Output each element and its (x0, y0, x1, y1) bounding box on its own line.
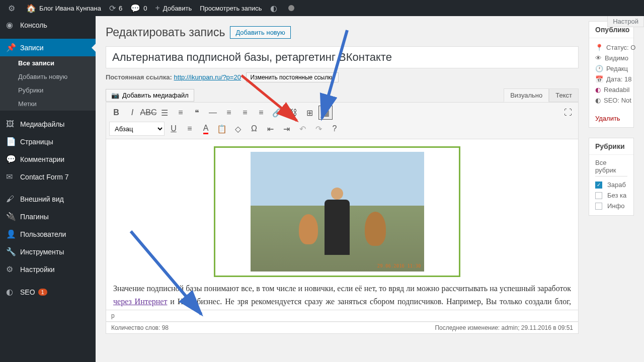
blockquote-button[interactable]: ❝ (190, 106, 204, 120)
add-media-label: Добавить медиафайл (122, 92, 189, 99)
view-post-link[interactable]: Просмотреть запись (196, 0, 266, 16)
yoast-icon: ◐ (595, 97, 601, 104)
wp-logo[interactable]: ⚙ (4, 0, 22, 16)
menu-tools[interactable]: 🔧Инструменты (0, 243, 96, 260)
comments-count: 0 (143, 5, 147, 12)
underline-button[interactable]: U (167, 122, 181, 136)
tab-visual[interactable]: Визуально (504, 88, 549, 102)
paste-button[interactable]: 📋 (215, 122, 229, 136)
element-path: p (111, 312, 115, 319)
menu-contact-form[interactable]: ✉Contact Form 7 (0, 168, 96, 186)
yoast-link[interactable]: ◐ (266, 0, 284, 16)
updates-count: 6 (119, 5, 122, 12)
comment-icon: 💬 (6, 154, 16, 164)
view-label: Просмотреть запись (200, 5, 262, 12)
seo-badge: 1 (38, 289, 47, 296)
seo-status[interactable] (284, 0, 298, 16)
visibility-label: Видимо (605, 54, 628, 62)
tab-text[interactable]: Текст (549, 88, 579, 102)
comments-link[interactable]: 💬0 (126, 0, 151, 16)
justify-button[interactable]: ≡ (183, 122, 197, 136)
strikethrough-button[interactable]: ABC (141, 106, 155, 120)
image-timestamp: 29.06.2016 11:30 (377, 262, 421, 269)
svg-line-1 (242, 75, 297, 121)
word-count: 98 (162, 324, 169, 331)
menu-label: Записи (20, 44, 43, 52)
site-name-link[interactable]: 🏠Блог Ивана Кунпана (22, 0, 105, 16)
numbered-list-button[interactable]: ≡ (174, 106, 188, 120)
submenu-tags[interactable]: Метки (0, 97, 96, 111)
category-label: Зараб (607, 181, 626, 189)
new-label: Добавить (163, 5, 192, 12)
categories-tab[interactable]: Все рубрик (595, 159, 627, 176)
category-label: Инфо (607, 202, 624, 210)
menu-media[interactable]: 🖼Медиафайлы (0, 116, 96, 133)
bullet-list-button[interactable]: ☰ (157, 106, 172, 120)
publish-box: Опублико 📍Статус: О 👁Видимо 🕐Редакц 📅Дат… (589, 21, 634, 128)
status-label: Статус: О (606, 44, 635, 51)
categories-box: Рубрики Все рубрик ✓Зараб Без ка Инфо (589, 138, 634, 216)
add-media-button[interactable]: 📷Добавить медиафайл (106, 89, 194, 102)
yoast-icon: ◐ (270, 4, 277, 13)
gear-icon: ⚙ (6, 264, 16, 274)
yoast-icon: ◐ (6, 287, 16, 297)
hr-button[interactable]: — (206, 106, 220, 120)
menu-seo[interactable]: ◐SEO1 (0, 283, 96, 301)
selected-image-frame[interactable]: 29.06.2016 11:30 (214, 146, 460, 277)
admin-bar: ⚙ 🏠Блог Ивана Кунпана ⟳6 💬0 +Добавить Пр… (0, 0, 644, 16)
menu-pages[interactable]: 📄Страницы (0, 133, 96, 150)
checkbox[interactable] (595, 192, 602, 199)
permalink-url[interactable]: http://ikunpan.ru/?p=20 (174, 73, 241, 81)
fullscreen-button[interactable]: ⛶ (561, 106, 575, 120)
menu-posts[interactable]: 📌Записи (0, 39, 96, 56)
readability-label: Readabil (604, 86, 629, 94)
content-image[interactable]: 29.06.2016 11:30 (251, 152, 424, 272)
dashboard-icon: ◉ (6, 20, 16, 30)
menu-label: Инструменты (20, 248, 64, 256)
wrench-icon: 🔧 (6, 247, 16, 256)
menu-label: Медиафайлы (20, 120, 64, 128)
menu-plugins[interactable]: 🔌Плагины (0, 208, 96, 225)
menu-appearance[interactable]: 🖌Внешний вид (0, 191, 96, 208)
menu-dashboard[interactable]: ◉Консоль (0, 16, 96, 34)
submenu-add-new[interactable]: Добавить новую (0, 70, 96, 83)
italic-button[interactable]: I (125, 106, 139, 120)
menu-settings[interactable]: ⚙Настройки (0, 260, 96, 278)
bold-button[interactable]: B (109, 106, 123, 120)
plugin-icon: 🔌 (6, 212, 16, 221)
screen-options-tab[interactable]: Настрой (607, 16, 644, 27)
svg-line-3 (322, 30, 347, 118)
align-left-button[interactable]: ≡ (222, 106, 236, 120)
checkbox[interactable] (595, 203, 602, 210)
menu-label: Contact Form 7 (20, 173, 68, 181)
seo-label: SEO: Not (604, 97, 631, 104)
text-color-button[interactable]: A (199, 122, 213, 136)
envelope-icon: ✉ (6, 172, 16, 182)
submenu-categories[interactable]: Рубрики (0, 83, 96, 97)
menu-label: Комментарии (20, 155, 64, 163)
add-new-button[interactable]: Добавить новую (230, 26, 290, 39)
revisions-label: Редакц (606, 65, 628, 72)
annotation-arrow-red (236, 70, 307, 131)
editor-tabs: Визуально Текст (504, 88, 579, 102)
comment-icon: 💬 (130, 4, 140, 13)
submenu-all-posts[interactable]: Все записи (0, 56, 96, 70)
svg-line-5 (131, 231, 201, 314)
camera-icon: 📷 (111, 92, 119, 99)
delete-link[interactable]: Удалить (589, 110, 633, 127)
revisions-icon: 🕐 (595, 65, 603, 72)
brush-icon: 🖌 (6, 195, 16, 204)
menu-label: Плагины (20, 213, 49, 221)
new-content-link[interactable]: +Добавить (151, 0, 196, 16)
site-name-label: Блог Ивана Кунпана (39, 5, 101, 12)
checkbox[interactable]: ✓ (595, 182, 602, 189)
updates-link[interactable]: ⟳6 (105, 0, 126, 16)
wordpress-icon: ⚙ (8, 4, 15, 13)
calendar-icon: 📅 (595, 75, 603, 83)
format-select[interactable]: Абзац (109, 122, 165, 136)
media-icon: 🖼 (6, 120, 16, 129)
key-icon: 📍 (595, 44, 603, 51)
menu-comments[interactable]: 💬Комментарии (0, 150, 96, 168)
menu-label: Пользователи (20, 230, 66, 238)
menu-users[interactable]: 👤Пользователи (0, 225, 96, 243)
